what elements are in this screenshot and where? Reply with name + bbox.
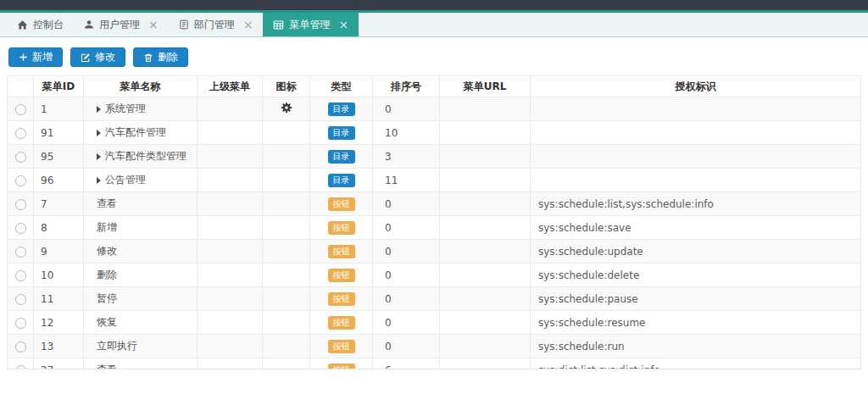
order-cell: 0 <box>373 240 440 264</box>
menu-name-cell: 新增 <box>84 216 198 240</box>
tab-users[interactable]: 用户管理 × <box>74 13 169 36</box>
type-badge: 目录 <box>328 150 355 164</box>
row-radio[interactable] <box>15 152 26 163</box>
menu-name-cell: 恢复 <box>84 311 198 335</box>
row-radio[interactable] <box>15 175 26 186</box>
row-radio[interactable] <box>15 365 26 370</box>
type-cell: 按钮 <box>310 358 373 370</box>
caret-right-icon[interactable] <box>97 153 101 160</box>
perms-cell: sys:schedule:delete <box>531 264 861 287</box>
add-button[interactable]: 新增 <box>8 47 63 67</box>
caret-right-icon[interactable] <box>97 130 101 136</box>
tab-menus[interactable]: 菜单管理 × <box>263 13 359 36</box>
icon-cell <box>263 287 310 311</box>
menu-url-cell <box>440 264 531 287</box>
menu-name-text: 汽车配件类型管理 <box>105 150 186 162</box>
row-radio[interactable] <box>15 341 26 352</box>
menu-url-cell <box>440 240 531 264</box>
row-radio[interactable] <box>15 104 26 115</box>
row-radio[interactable] <box>15 270 26 281</box>
type-cell: 目录 <box>310 169 373 192</box>
menu-name-text: 修改 <box>97 245 117 257</box>
type-cell: 按钮 <box>310 311 373 335</box>
close-icon[interactable]: × <box>148 19 159 31</box>
icon-cell <box>263 335 310 358</box>
order-cell: 0 <box>373 335 440 358</box>
select-cell <box>8 145 34 169</box>
table-row[interactable]: 27 查看 按钮 6 <box>8 358 861 370</box>
select-cell <box>8 264 34 287</box>
menu-id-cell: 9 <box>34 240 84 264</box>
table-row[interactable]: 12 恢复 按钮 0 <box>8 311 861 335</box>
menu-url-cell <box>440 358 531 370</box>
select-cell <box>8 192 34 216</box>
caret-right-icon[interactable] <box>97 106 101 113</box>
parent-menu-cell <box>198 311 263 335</box>
menu-url-cell <box>440 192 531 216</box>
menu-name-cell: 查看 <box>84 192 198 216</box>
column-header-menu-id: 菜单ID <box>34 76 84 97</box>
order-cell: 3 <box>373 145 440 169</box>
perms-cell: sys:schedule:resume <box>531 311 861 335</box>
order-cell: 0 <box>373 97 440 121</box>
table-row[interactable]: 95 汽车配件类型管理 目录 3 <box>8 145 861 169</box>
table-row[interactable]: 10 删除 按钮 0 <box>8 264 861 287</box>
type-cell: 按钮 <box>310 264 373 287</box>
perms-cell: sys:schedule:pause <box>531 287 861 311</box>
table-body: 1 系统管理 目录 0 <box>8 97 861 370</box>
row-radio[interactable] <box>15 199 26 210</box>
perms-cell: sys:schedule:update <box>531 240 861 264</box>
toolbar: 新增 修改 删除 <box>8 47 861 67</box>
menu-name-text: 恢复 <box>97 316 117 328</box>
type-cell: 按钮 <box>310 216 373 240</box>
type-cell: 按钮 <box>310 287 373 311</box>
type-badge: 按钮 <box>328 221 355 235</box>
row-radio[interactable] <box>15 247 26 258</box>
select-column-header <box>8 76 34 97</box>
table-row[interactable]: 7 查看 按钮 0 <box>8 192 861 216</box>
tab-label: 控制台 <box>33 18 64 32</box>
order-cell: 0 <box>373 192 440 216</box>
table-icon <box>273 19 284 31</box>
close-icon[interactable]: × <box>243 19 253 31</box>
gear-icon <box>281 102 292 116</box>
row-radio[interactable] <box>15 294 26 305</box>
select-cell <box>8 169 34 192</box>
menu-table: 菜单ID 菜单名称 上级菜单 图标 类型 排序号 菜单URL 授权标识 1 系统… <box>7 75 861 369</box>
icon-cell <box>263 145 310 169</box>
perms-cell <box>531 97 861 121</box>
tab-console[interactable]: 控制台 <box>7 13 74 36</box>
menu-name-cell: 汽车配件类型管理 <box>84 145 198 169</box>
column-header-menu-url: 菜单URL <box>440 76 531 97</box>
tab-label: 菜单管理 <box>289 18 330 32</box>
table-row[interactable]: 96 公告管理 目录 11 <box>8 169 861 192</box>
table-row[interactable]: 11 暂停 按钮 0 <box>8 287 861 311</box>
perms-cell: sys:schedule:run <box>531 335 861 358</box>
menu-id-cell: 7 <box>34 192 84 216</box>
menu-name-cell: 查看 <box>84 358 198 370</box>
tab-departments[interactable]: 部门管理 × <box>169 13 264 36</box>
perms-cell <box>531 145 861 169</box>
menu-url-cell <box>440 216 531 240</box>
menu-url-cell <box>440 335 531 358</box>
caret-right-icon[interactable] <box>97 177 101 184</box>
menu-name-cell: 删除 <box>84 264 198 287</box>
table-row[interactable]: 1 系统管理 目录 0 <box>8 97 861 121</box>
menu-id-cell: 12 <box>34 311 84 335</box>
close-icon[interactable]: × <box>338 19 348 31</box>
row-radio[interactable] <box>15 128 26 139</box>
user-icon <box>84 19 94 30</box>
table-row[interactable]: 13 立即执行 按钮 0 <box>8 335 861 358</box>
menu-name-cell: 系统管理 <box>84 97 198 121</box>
table-row[interactable]: 8 新增 按钮 0 <box>8 216 861 240</box>
table-row[interactable]: 91 汽车配件管理 目录 10 <box>8 121 861 145</box>
icon-cell <box>263 311 310 335</box>
row-radio[interactable] <box>15 318 26 329</box>
menu-id-cell: 13 <box>34 335 84 358</box>
edit-button[interactable]: 修改 <box>70 47 125 67</box>
table-row[interactable]: 9 修改 按钮 0 <box>8 240 861 264</box>
menu-url-cell <box>440 121 531 145</box>
row-radio[interactable] <box>15 223 26 234</box>
delete-button[interactable]: 删除 <box>133 47 188 67</box>
type-badge: 目录 <box>328 174 355 187</box>
